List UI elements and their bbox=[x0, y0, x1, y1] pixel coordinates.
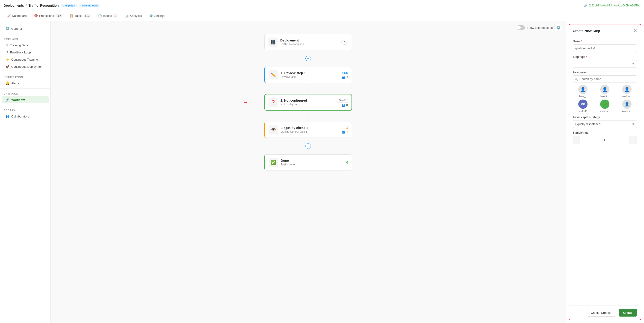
connector-3 bbox=[308, 111, 308, 122]
picselli-name: picselli... bbox=[600, 110, 610, 112]
red-arrow: ➡ bbox=[244, 99, 248, 105]
breadcrumb-traffic: Traffic_Recognition bbox=[28, 4, 59, 7]
collaborators-icon: 👥 bbox=[6, 114, 10, 118]
breadcrumb-separator: / bbox=[26, 4, 27, 7]
search-input[interactable] bbox=[573, 75, 637, 82]
done-info: Done Tasks done bbox=[281, 159, 344, 166]
settings-gear-button[interactable]: ⚙️ bbox=[554, 24, 562, 31]
step-type-select[interactable] bbox=[573, 60, 637, 67]
deployment-icon: 🗄️ bbox=[268, 37, 278, 47]
sidebar-label-workflow: Workflow bbox=[11, 98, 25, 102]
name-input[interactable] bbox=[573, 44, 637, 52]
assignees-icon-1: 👥 bbox=[342, 76, 346, 79]
dashed-line-1 bbox=[308, 51, 308, 56]
dashboard-icon: 📈 bbox=[7, 14, 10, 17]
assignee-remihe[interactable]: 👤 remihe... bbox=[617, 85, 637, 98]
tab-tasks[interactable]: 📋 Tasks 567 bbox=[66, 11, 94, 21]
not-configured-assignee-count: 0 bbox=[346, 104, 348, 107]
main-toolbar: Show deleted steps ⚙️ bbox=[51, 21, 566, 34]
assignee-pierre[interactable]: 👤 pierre_... bbox=[573, 85, 593, 98]
tab-predictions[interactable]: 🎯 Predictions 567 bbox=[31, 11, 66, 21]
pierre-avatar: 👤 bbox=[578, 85, 588, 94]
breadcrumb-deployments[interactable]: Deployments bbox=[4, 4, 24, 7]
line-1 bbox=[308, 61, 308, 66]
done-icon: ✅ bbox=[269, 158, 278, 167]
not-configured-meta: Draft 👥 0 bbox=[337, 98, 348, 107]
tab-settings[interactable]: ⚙️ Settings bbox=[146, 11, 168, 21]
step-not-configured-wrapper: ➡ ❓ 2. Not configured Not configured Dra… bbox=[264, 94, 352, 111]
picselli-avatar: 🌿 bbox=[600, 99, 610, 109]
sidebar-item-training-data[interactable]: ⟳ Training Data bbox=[2, 42, 49, 49]
workflow-icon: 🔗 bbox=[6, 98, 10, 102]
quality1-title: 3. Quality check 1 bbox=[281, 126, 339, 130]
assignees-grid: 👤 pierre_... 👤 henrik... 👤 remihe... VP … bbox=[573, 85, 637, 112]
predictions-count: 567 bbox=[55, 14, 62, 17]
review1-assignees: 👥 2 bbox=[342, 76, 348, 79]
quality1-meta: 1 👥 1 bbox=[342, 126, 348, 134]
continuous-deployment-icon: 🚀 bbox=[6, 65, 10, 68]
tab-analytics-label: Analytics bbox=[130, 14, 142, 17]
vivien-name: vivien.r... bbox=[622, 110, 632, 112]
dashed-line-3 bbox=[308, 111, 308, 116]
deployment-sub: Traffic_Recognition bbox=[280, 43, 338, 46]
review1-assignee-count: 2 bbox=[346, 76, 348, 79]
assignee-henrik[interactable]: 👤 henrik... bbox=[595, 85, 615, 98]
sample-rate-control: - 1 + bbox=[573, 136, 637, 144]
connector-1: + bbox=[306, 50, 311, 67]
sidebar-item-workflow[interactable]: 🔗 Workflow bbox=[2, 96, 49, 103]
review1-meta: 566 👥 2 bbox=[342, 71, 348, 79]
tasks-count: 567 bbox=[84, 14, 91, 17]
quality1-assignee-count: 1 bbox=[346, 130, 348, 134]
step-done[interactable]: ✅ Done Tasks done 0 bbox=[264, 154, 352, 170]
assignees-label: Assignees bbox=[573, 71, 637, 74]
add-step-button-1[interactable]: + bbox=[306, 56, 311, 61]
step-deployment[interactable]: 🗄️ Deployment Traffic_Recognition 0 bbox=[264, 34, 352, 50]
quality1-sub: Quality Control task 1 bbox=[281, 130, 339, 133]
connector-4: + bbox=[306, 138, 311, 154]
sidebar-item-feedback-loop[interactable]: ↺ Feedback Loop bbox=[2, 49, 49, 56]
split-strategy-label: Assets split strategy bbox=[573, 116, 637, 119]
general-icon: ⚙️ bbox=[6, 27, 10, 30]
toggle-switch[interactable] bbox=[516, 25, 525, 30]
deployment-title: Deployment bbox=[280, 38, 338, 42]
sidebar-section-pipelines: Pipelines bbox=[0, 36, 50, 41]
sidebar-item-general[interactable]: ⚙️ General bbox=[2, 25, 49, 32]
analytics-icon: 📊 bbox=[125, 14, 128, 17]
cancel-creation-button[interactable]: Cancel Creation bbox=[587, 309, 616, 317]
add-step-button-2[interactable]: + bbox=[306, 143, 311, 149]
panel-close-button[interactable]: ✕ bbox=[634, 28, 637, 33]
not-configured-title: 2. Not configured bbox=[280, 99, 334, 102]
sidebar-label-feedback-loop: Feedback Loop bbox=[10, 51, 31, 54]
assignee-victorp[interactable]: VP VictorP bbox=[573, 99, 593, 112]
connector-2 bbox=[308, 83, 308, 94]
step-not-configured[interactable]: ❓ 2. Not configured Not configured Draft… bbox=[264, 94, 352, 111]
sidebar-item-continuous-training[interactable]: ⚡ Continuous Training bbox=[2, 56, 49, 63]
split-strategy-select[interactable]: Equally dispatched bbox=[573, 120, 637, 128]
sidebar-item-continuous-deployment[interactable]: 🚀 Continuous Deployment bbox=[2, 63, 49, 70]
assignee-vivien[interactable]: 👤 vivien.r... bbox=[617, 99, 637, 112]
tab-dashboard[interactable]: 📈 Dashboard bbox=[4, 11, 30, 21]
sample-rate-minus[interactable]: - bbox=[573, 136, 580, 144]
done-sub: Tasks done bbox=[281, 163, 344, 166]
issues-count: 0 bbox=[113, 14, 117, 17]
sidebar-section-access: Access bbox=[0, 107, 50, 113]
assignee-picselli[interactable]: 🌿 picselli... bbox=[595, 99, 615, 112]
sample-rate-plus[interactable]: + bbox=[629, 136, 637, 144]
henrik-avatar: 👤 bbox=[600, 85, 610, 94]
step-quality1[interactable]: 👁️ 3. Quality check 1 Quality Control ta… bbox=[264, 122, 352, 138]
sidebar-item-alerts[interactable]: 🔔 Alerts bbox=[2, 80, 49, 87]
create-button[interactable]: Create bbox=[619, 309, 637, 317]
not-configured-sub: Not configured bbox=[280, 103, 334, 106]
sample-rate-value: 1 bbox=[580, 138, 629, 142]
nav-tabs: 📈 Dashboard 🎯 Predictions 567 📋 Tasks 56… bbox=[0, 11, 644, 21]
step-type-label: Step type * bbox=[573, 55, 637, 58]
sidebar-item-collaborators[interactable]: 👥 Collaborators bbox=[2, 113, 49, 120]
tab-analytics[interactable]: 📊 Analytics bbox=[122, 11, 145, 21]
step-review1[interactable]: ✏️ 1. Review step 1 Review task 1 566 👥 … bbox=[264, 67, 352, 83]
issues-icon: 🕐 bbox=[98, 14, 102, 17]
tab-dashboard-label: Dashboard bbox=[12, 14, 27, 17]
panel-footer: Cancel Creation Create bbox=[569, 306, 641, 320]
training-data-icon: ⟳ bbox=[6, 43, 8, 47]
tab-issues[interactable]: 🕐 Issues 0 bbox=[95, 11, 121, 21]
show-deleted-toggle[interactable]: Show deleted steps bbox=[516, 25, 553, 30]
